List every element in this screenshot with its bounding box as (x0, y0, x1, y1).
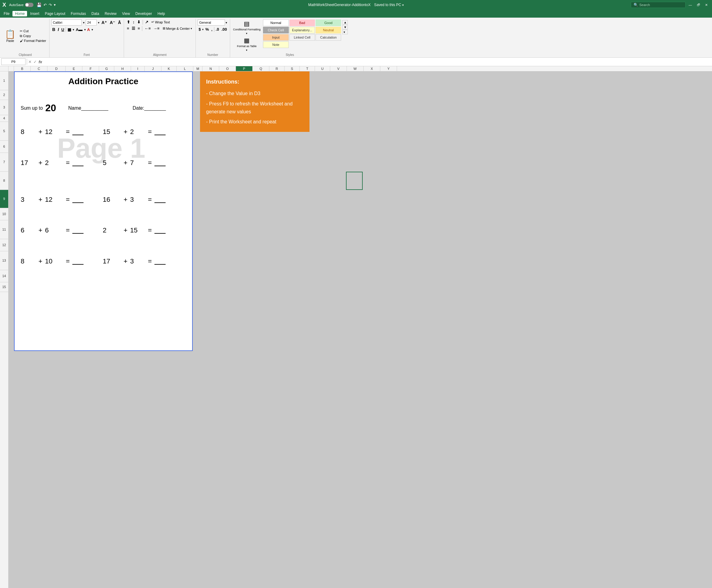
cut-button[interactable]: ✂ Cut (19, 29, 47, 34)
col-header-s[interactable]: S (285, 66, 300, 71)
col-header-n[interactable]: N (202, 66, 219, 71)
font-name-dropdown-icon[interactable]: ▾ (83, 21, 84, 24)
menu-page-layout[interactable]: Page Layout (42, 11, 67, 16)
font-name-input[interactable] (52, 19, 82, 25)
paste-button[interactable]: 📋 Paste (3, 28, 17, 44)
fill-color-button[interactable]: A▬ (75, 27, 83, 32)
number-format-dropdown-icon[interactable]: ▾ (226, 21, 227, 24)
format-as-table-button[interactable]: ▦ Format as Table ▾ (232, 36, 262, 52)
col-header-w[interactable]: W (347, 66, 364, 71)
row-header-6[interactable]: 6 (0, 141, 8, 153)
wrap-text-button[interactable]: ↵ Wrap Text (150, 19, 171, 25)
styles-more-icon[interactable]: ▾ (342, 30, 348, 34)
conditional-formatting-button[interactable]: ▤ Conditional Formatting ▾ (232, 19, 262, 36)
conditional-formatting-dropdown[interactable]: ▾ (246, 32, 247, 35)
bad-style[interactable]: Bad (289, 19, 315, 26)
align-middle-button[interactable]: ↕ (131, 19, 136, 25)
decrease-font-button[interactable]: A⁻ (109, 20, 116, 25)
fill-color-dropdown-icon[interactable]: ▾ (84, 28, 86, 31)
col-header-q[interactable]: Q (252, 66, 269, 71)
menu-file[interactable]: File (1, 11, 12, 16)
rotate-text-button[interactable]: ↗ (144, 19, 149, 25)
menu-home[interactable]: Home (13, 11, 27, 16)
comma-format-button[interactable]: , (210, 27, 213, 32)
col-header-t[interactable]: T (300, 66, 315, 71)
row-header-3[interactable]: 3 (0, 100, 8, 115)
increase-decimal-button[interactable]: .00 (220, 27, 228, 32)
col-header-l[interactable]: L (177, 66, 194, 71)
font-size-dropdown-icon[interactable]: ▾ (98, 21, 99, 24)
cancel-formula-icon[interactable]: ✕ (28, 60, 32, 64)
col-header-r[interactable]: R (269, 66, 285, 71)
row-header-13[interactable]: 13 (0, 251, 8, 270)
merge-center-button[interactable]: ⊞ Merge & Center ▾ (161, 26, 194, 31)
font-color-button[interactable]: A (86, 27, 91, 32)
row-header-12[interactable]: 12 (0, 239, 8, 251)
redo-icon[interactable]: ↷ (49, 3, 52, 7)
minimize-button[interactable]: — (687, 3, 694, 7)
col-header-u[interactable]: U (315, 66, 330, 71)
styles-scroll-down-icon[interactable]: ▼ (342, 25, 348, 29)
menu-insert[interactable]: Insert (28, 11, 42, 16)
normal-style[interactable]: Normal (263, 19, 288, 26)
undo-icon[interactable]: ↶ (43, 3, 47, 7)
increase-font-button[interactable]: A⁺ (101, 20, 108, 25)
col-header-y[interactable]: Y (380, 66, 397, 71)
accounting-format-button[interactable]: $ (198, 27, 202, 32)
number-format-input[interactable] (198, 19, 225, 25)
restore-button[interactable]: 🗗 (695, 3, 702, 7)
font-color-dropdown-icon[interactable]: ▾ (91, 28, 93, 31)
save-icon[interactable]: 💾 (37, 2, 42, 7)
percent-format-button[interactable]: % (204, 27, 210, 32)
align-right-button[interactable]: ≡ (137, 26, 141, 31)
col-header-b[interactable]: B (14, 66, 31, 71)
format-painter-button[interactable]: 🖌 Format Painter (19, 39, 47, 43)
row-header-11[interactable]: 11 (0, 220, 8, 239)
copy-button[interactable]: ⧉ Copy (19, 34, 47, 38)
increase-indent-button[interactable]: →≡ (152, 26, 161, 31)
selected-cell-p9[interactable] (346, 172, 363, 190)
align-top-button[interactable]: ⬆ (126, 19, 131, 25)
col-header-j[interactable]: J (145, 66, 161, 71)
insert-function-icon[interactable]: fx (39, 60, 42, 64)
col-header-d[interactable]: D (47, 66, 66, 71)
menu-data[interactable]: Data (89, 11, 102, 16)
decrease-indent-button[interactable]: ←≡ (143, 26, 152, 31)
name-box[interactable] (1, 58, 25, 65)
format-as-table-dropdown[interactable]: ▾ (246, 49, 247, 52)
row-header-9[interactable]: 9 (0, 190, 8, 208)
col-header-o[interactable]: O (219, 66, 236, 71)
note-style[interactable]: Note (263, 41, 288, 48)
row-header-2[interactable]: 2 (0, 90, 8, 100)
border-button[interactable]: ▦ (66, 27, 72, 32)
clear-format-button[interactable]: Ā (117, 20, 122, 25)
underline-button[interactable]: U (61, 27, 65, 32)
calculation-style[interactable]: Calculation (316, 34, 341, 41)
align-left-button[interactable]: ≡ (126, 26, 130, 31)
border-dropdown-icon[interactable]: ▾ (73, 28, 74, 31)
col-header-e[interactable]: E (66, 66, 82, 71)
dropdown-arrow-icon[interactable]: ▾ (402, 3, 404, 7)
bold-button[interactable]: B (52, 27, 56, 32)
good-style[interactable]: Good (316, 19, 341, 26)
row-header-1[interactable]: 1 (0, 71, 8, 90)
row-header-8[interactable]: 8 (0, 172, 8, 190)
row-header-7[interactable]: 7 (0, 153, 8, 172)
menu-formulas[interactable]: Formulas (68, 11, 88, 16)
align-center-button[interactable]: ☰ (131, 26, 136, 31)
decrease-decimal-button[interactable]: .0 (215, 27, 220, 32)
autosave-toggle[interactable]: AutoSave (9, 3, 34, 7)
menu-review[interactable]: Review (102, 11, 119, 16)
col-header-k[interactable]: K (161, 66, 177, 71)
col-header-h[interactable]: H (114, 66, 131, 71)
col-header-a[interactable] (8, 66, 14, 71)
col-header-v[interactable]: V (330, 66, 347, 71)
col-header-f[interactable]: F (82, 66, 99, 71)
row-header-5[interactable]: 5 (0, 122, 8, 141)
row-header-14[interactable]: 14 (0, 270, 8, 282)
search-input[interactable] (639, 3, 682, 7)
menu-view[interactable]: View (120, 11, 133, 16)
close-button[interactable]: ✕ (703, 3, 710, 7)
check-cell-style[interactable]: Check Cell (263, 27, 288, 34)
align-bottom-button[interactable]: ⬇ (136, 19, 141, 25)
